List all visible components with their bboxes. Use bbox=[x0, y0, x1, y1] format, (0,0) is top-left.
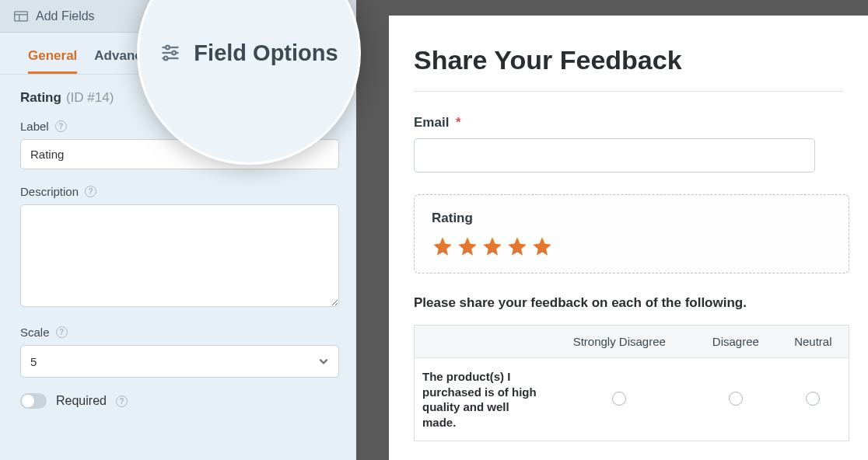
field-options-callout-label: Field Options bbox=[194, 40, 338, 66]
form-layout-icon bbox=[14, 11, 28, 22]
svg-point-8 bbox=[164, 57, 168, 61]
email-input[interactable] bbox=[414, 138, 815, 172]
likert-prompt: Please share your feedback on each of th… bbox=[414, 295, 843, 311]
form-title: Share Your Feedback bbox=[414, 45, 843, 75]
likert-radio[interactable] bbox=[612, 392, 626, 406]
star-icon[interactable] bbox=[481, 235, 503, 257]
likert-radio[interactable] bbox=[806, 392, 820, 406]
preview-field-rating[interactable]: Rating bbox=[414, 194, 849, 274]
svg-rect-0 bbox=[15, 12, 28, 21]
group-description: Description ? bbox=[20, 185, 336, 310]
chevron-down-icon bbox=[318, 356, 329, 367]
likert-radio[interactable] bbox=[729, 392, 743, 406]
star-icon[interactable] bbox=[457, 235, 478, 257]
svg-point-6 bbox=[173, 51, 177, 55]
star-icon[interactable] bbox=[432, 235, 453, 257]
help-icon[interactable]: ? bbox=[55, 120, 67, 132]
title-divider bbox=[414, 91, 843, 92]
likert-header: Strongly Disagree bbox=[545, 326, 694, 358]
scale-title: Scale bbox=[20, 326, 50, 339]
group-scale: Scale ? 5 bbox=[20, 326, 336, 378]
form-preview: Share Your Feedback Email * Rating Pleas… bbox=[389, 16, 868, 460]
sliders-icon bbox=[159, 42, 181, 64]
label-title: Label bbox=[20, 120, 49, 133]
required-title: Required bbox=[56, 394, 107, 408]
star-rating[interactable] bbox=[432, 235, 831, 257]
help-icon[interactable]: ? bbox=[56, 326, 68, 338]
likert-table: Strongly Disagree Disagree Neutral The p… bbox=[414, 325, 849, 441]
table-row: The product(s) I purchased is of high qu… bbox=[415, 358, 849, 441]
scale-select[interactable]: 5 bbox=[20, 345, 339, 378]
preview-field-email[interactable]: Email * bbox=[414, 115, 843, 172]
add-fields-label: Add Fields bbox=[36, 9, 95, 23]
rating-label: Rating bbox=[432, 211, 831, 226]
field-id-meta: (ID #14) bbox=[66, 90, 114, 106]
editor-top-frame bbox=[389, 0, 868, 16]
editor-gutter bbox=[356, 0, 389, 460]
star-icon[interactable] bbox=[506, 235, 528, 257]
likert-header: Neutral bbox=[778, 326, 849, 358]
description-title: Description bbox=[20, 185, 79, 198]
email-label: Email bbox=[414, 115, 449, 130]
help-icon[interactable]: ? bbox=[85, 186, 96, 197]
scale-value: 5 bbox=[30, 355, 37, 368]
description-input[interactable] bbox=[20, 204, 339, 307]
required-toggle[interactable] bbox=[20, 393, 47, 409]
field-type-name: Rating bbox=[20, 90, 61, 106]
svg-point-4 bbox=[166, 46, 170, 50]
star-icon[interactable] bbox=[531, 235, 553, 257]
help-icon[interactable]: ? bbox=[116, 396, 128, 407]
group-required: Required ? bbox=[20, 393, 336, 409]
required-star-icon: * bbox=[456, 115, 461, 130]
likert-header: Disagree bbox=[694, 326, 778, 358]
likert-header-blank bbox=[415, 326, 545, 358]
tab-general[interactable]: General bbox=[28, 48, 77, 74]
likert-row-label: The product(s) I purchased is of high qu… bbox=[415, 358, 545, 441]
